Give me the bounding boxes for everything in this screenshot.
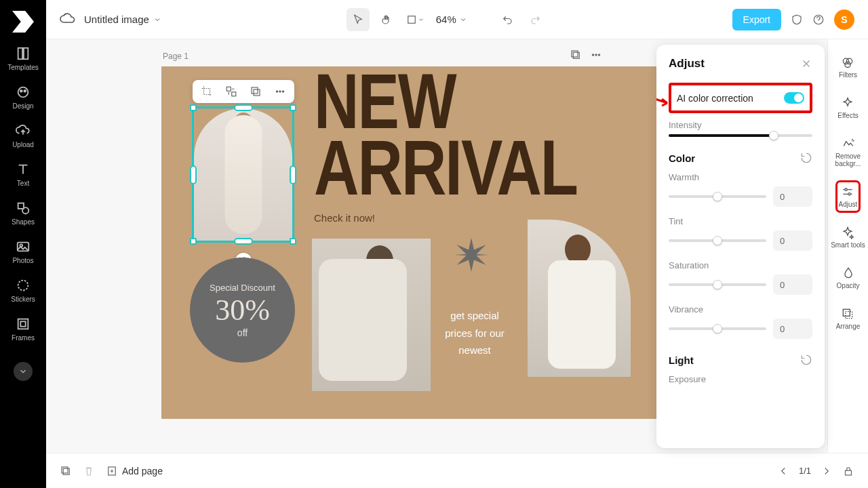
design-canvas[interactable]: NEW ARRIVAL Check it now! <box>161 66 684 419</box>
lock-icon[interactable] <box>842 465 854 477</box>
svg-rect-5 <box>18 203 24 209</box>
saturation-value[interactable]: 0 <box>773 274 812 295</box>
chevron-down-icon <box>153 16 161 24</box>
image-3[interactable] <box>528 220 631 377</box>
avatar[interactable]: S <box>834 9 854 30</box>
more-icon[interactable] <box>273 84 288 99</box>
svg-rect-13 <box>573 52 579 58</box>
pages-icon[interactable] <box>60 465 72 477</box>
discount-badge[interactable]: Special Discount 30% off <box>190 258 295 363</box>
app-logo <box>12 11 34 33</box>
nav-more[interactable] <box>14 362 33 381</box>
export-button[interactable]: Export <box>732 9 781 30</box>
resize-handle[interactable] <box>290 238 296 245</box>
rail-filters[interactable]: Filters <box>837 53 859 81</box>
replace-icon[interactable] <box>224 84 239 99</box>
intensity-slider[interactable] <box>669 134 812 137</box>
resize-handle[interactable] <box>190 165 197 184</box>
next-page-icon[interactable] <box>821 465 833 477</box>
shield-icon[interactable] <box>791 14 803 26</box>
rail-effects[interactable]: Effects <box>836 94 859 122</box>
svg-rect-1 <box>24 48 28 60</box>
svg-rect-18 <box>226 87 231 91</box>
svg-rect-30 <box>844 309 850 316</box>
subhead-text[interactable]: Check it now! <box>314 212 375 224</box>
nav-upload[interactable]: Upload <box>12 123 34 148</box>
promo-text[interactable]: get special prices for our newest <box>445 307 505 359</box>
nav-upload-label: Upload <box>12 141 34 148</box>
nav-templates[interactable]: Templates <box>7 46 39 71</box>
nav-photos[interactable]: Photos <box>12 239 33 264</box>
image-2[interactable] <box>312 239 431 391</box>
saturation-slider[interactable] <box>669 283 766 286</box>
tint-slider[interactable] <box>669 239 766 242</box>
svg-rect-14 <box>572 51 578 57</box>
zoom-control[interactable]: 64% <box>436 14 467 25</box>
rail-remove-bg[interactable]: Remove backgr... <box>828 134 868 170</box>
svg-point-4 <box>24 90 26 92</box>
add-page-label: Add page <box>122 466 163 476</box>
vibrance-slider[interactable] <box>669 327 766 330</box>
svg-point-2 <box>18 87 28 98</box>
crop-icon[interactable] <box>199 84 214 99</box>
svg-rect-19 <box>232 92 236 96</box>
resize-handle[interactable] <box>190 104 197 111</box>
svg-rect-35 <box>846 470 852 475</box>
nav-text[interactable]: Text <box>16 162 31 187</box>
nav-design[interactable]: Design <box>12 85 33 110</box>
vibrance-label: Vibrance <box>669 304 812 314</box>
vibrance-value[interactable]: 0 <box>773 319 812 339</box>
resize-handle[interactable] <box>190 238 197 245</box>
zoom-value: 64% <box>436 14 456 25</box>
svg-point-17 <box>598 54 599 56</box>
panel-title: Adjust <box>669 57 705 70</box>
resize-handle[interactable] <box>234 104 253 111</box>
reset-color-icon[interactable] <box>800 152 812 164</box>
help-icon[interactable] <box>812 14 825 26</box>
light-section-title: Light <box>669 354 694 366</box>
nav-stickers[interactable]: Stickers <box>11 278 35 303</box>
tint-label: Tint <box>669 216 812 226</box>
svg-rect-31 <box>846 312 852 319</box>
discount-line2: off <box>237 327 248 338</box>
cloud-sync-icon[interactable] <box>60 12 76 28</box>
undo-button[interactable] <box>496 8 519 31</box>
headline-text[interactable]: NEW ARRIVAL <box>314 68 684 200</box>
copy-icon[interactable] <box>248 84 263 99</box>
delete-icon[interactable] <box>83 465 95 477</box>
adjust-panel: Adjust AI color correction Intensity Col… <box>656 45 825 448</box>
svg-point-29 <box>848 193 850 195</box>
redo-button[interactable] <box>524 8 547 31</box>
project-title[interactable]: Untitled image <box>84 14 161 25</box>
rail-opacity[interactable]: Opacity <box>835 264 861 292</box>
resize-handle[interactable] <box>290 165 296 184</box>
nav-frames[interactable]: Frames <box>12 317 35 342</box>
warmth-slider[interactable] <box>669 195 766 198</box>
svg-point-22 <box>276 91 277 92</box>
ai-color-toggle[interactable] <box>784 92 804 104</box>
selected-image-1[interactable] <box>194 108 292 241</box>
duplicate-page-icon[interactable] <box>570 49 582 61</box>
rail-smart-tools[interactable]: Smart tools <box>829 223 867 251</box>
add-page-button[interactable]: Add page <box>106 465 163 477</box>
starburst-shape[interactable] <box>454 238 488 272</box>
left-sidebar: Templates Design Upload Text Shapes Phot… <box>0 0 46 488</box>
close-icon[interactable] <box>800 58 812 70</box>
warmth-value[interactable]: 0 <box>773 186 812 207</box>
more-icon[interactable] <box>590 49 602 61</box>
tint-value[interactable]: 0 <box>773 230 812 251</box>
svg-point-16 <box>595 54 597 56</box>
resize-handle[interactable] <box>290 104 296 111</box>
prev-page-icon[interactable] <box>777 465 789 477</box>
reset-light-icon[interactable] <box>800 354 812 366</box>
hand-tool[interactable] <box>375 8 398 31</box>
rail-adjust[interactable]: Adjust <box>837 182 859 211</box>
resize-handle[interactable] <box>234 238 253 245</box>
page-counter: 1/1 <box>799 466 811 476</box>
rail-arrange[interactable]: Arrange <box>835 304 862 333</box>
svg-point-28 <box>845 188 847 190</box>
nav-frames-label: Frames <box>12 334 35 342</box>
artboard-tool[interactable] <box>403 8 427 31</box>
nav-shapes[interactable]: Shapes <box>12 201 35 226</box>
select-tool[interactable] <box>347 8 370 31</box>
